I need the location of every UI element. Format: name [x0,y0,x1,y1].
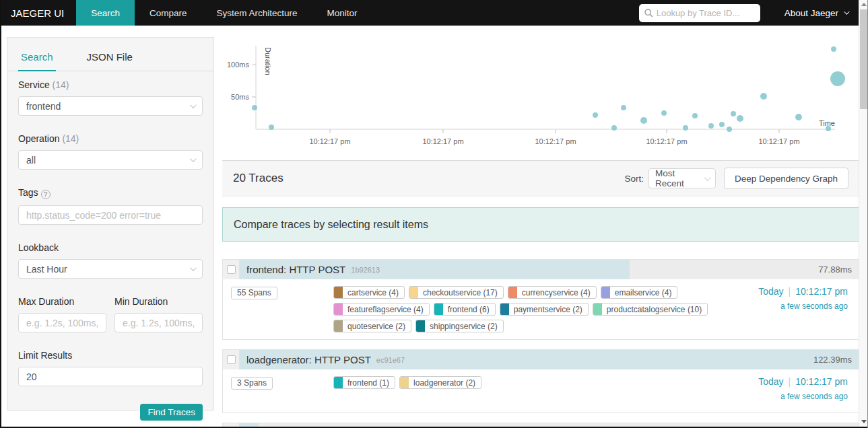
jaeger-search-page: JAEGER UI SearchCompareSystem Architectu… [0,0,868,428]
tab-search[interactable]: Search [18,47,56,71]
find-traces-button[interactable]: Find Traces [140,404,203,421]
x-tick-label: 10:12:17 pm [309,137,350,145]
trace-duration: 77.88ms [818,264,852,275]
trace-point[interactable] [661,110,667,116]
tab-json-file[interactable]: JSON File [84,47,135,71]
trace-date-time: Today|10:12:17 pm [714,286,848,297]
trace-point[interactable] [760,93,767,100]
service-color-chip [601,287,610,298]
service-tags: cartservice (4)checkoutservice (17)curre… [333,286,714,332]
chevron-down-icon [190,264,197,271]
trace-point[interactable] [830,71,845,86]
min-duration-label: Min Duration [114,296,203,307]
max-duration-input[interactable] [18,313,106,332]
trace-duration: 122.39ms [813,355,852,365]
trace-id: ec91e67 [376,356,405,364]
nav-item-compare[interactable]: Compare [135,0,202,26]
trace-point[interactable] [611,125,617,131]
trace-select-checkbox[interactable] [227,355,236,364]
operation-select[interactable]: all [18,150,203,170]
compare-banner: Compare traces by selecting result items [222,207,859,242]
lookback-select[interactable]: Last Hour [18,259,203,279]
deep-dependency-graph-button[interactable]: Deep Dependency Graph [724,168,848,189]
nav-item-monitor[interactable]: Monitor [312,0,372,26]
trace-point[interactable] [731,111,736,116]
limit-results-input[interactable] [18,367,203,386]
service-tag-pill: frontend (1) [333,376,395,389]
trace-id-search [639,4,760,22]
results-column: 100ms50ms10:12:17 pm10:12:17 pm10:12:17 … [222,26,859,428]
sort-select[interactable]: Most Recent [648,168,716,188]
nav-tabs: SearchCompareSystem ArchitectureMonitor [76,0,372,26]
service-color-chip [500,304,509,315]
trace-point[interactable] [593,112,598,118]
trace-point[interactable] [269,124,274,130]
trace-point[interactable] [621,105,626,110]
trace-checkbox-cell [223,260,240,279]
trace-body: 55 Spans cartservice (4)checkoutservice … [223,279,859,339]
trace-point[interactable] [727,127,732,132]
trace-point[interactable] [683,125,688,131]
trace-point[interactable] [795,114,802,120]
search-form: Service (14) frontend Operation (14) all… [7,79,213,421]
trace-point[interactable] [737,115,743,122]
trace-time-cell: Today|10:12:17 pm a few seconds ago [714,376,850,406]
chevron-down-icon [704,174,711,181]
service-color-chip [334,304,343,315]
trace-point[interactable] [708,123,714,129]
scroll-up-arrow-icon[interactable] [861,3,867,6]
trace-title: frontend: HTTP POST [246,264,345,275]
trace-point[interactable] [831,46,836,52]
trace-title: loadgenerator: HTTP POST [246,354,371,365]
service-tag-pill: cartservice (4) [333,286,405,299]
scrollbar-thumb[interactable] [860,9,867,109]
trace-point[interactable] [252,105,257,110]
lookback-label: Lookback [18,242,203,253]
chevron-down-icon [844,9,849,14]
service-tag-pill: checkoutservice (17) [409,286,504,299]
operation-label: Operation (14) [18,133,203,144]
trace-checkbox-cell [223,350,240,369]
service-color-chip [434,304,443,315]
trace-result-item: loadgenerator: HTTP POST ec91e67 122.39m… [222,349,859,413]
trace-duration-bar-area: loadgenerator: HTTP POST ec91e67 122.39m… [240,350,859,369]
nav-item-system-architecture[interactable]: System Architecture [202,0,312,26]
window-edge [0,0,1,428]
trace-body: 3 Spans frontend (1)loadgenerator (2) To… [223,369,859,413]
service-tag-pill: frontend (6) [434,303,496,316]
scroll-down-arrow-icon[interactable] [861,420,867,423]
sort-label: Sort: [624,174,644,184]
trace-header-link[interactable]: loadgenerator: HTTP POST ec91e67 122.39m… [223,350,859,369]
service-tag-pill: currencyservice (4) [508,286,597,299]
service-color-chip [409,287,418,298]
trace-select-checkbox[interactable] [227,265,236,274]
trace-point[interactable] [692,113,698,118]
service-tag-pill: quoteservice (2) [333,320,411,332]
y-tick-label: 100ms [227,61,250,69]
nav-item-search[interactable]: Search [76,0,135,26]
trace-header-link[interactable]: frontend: HTTP POST 1b92613 77.88ms [223,260,859,279]
limit-results-label: Limit Results [18,350,203,361]
service-select[interactable]: frontend [18,96,203,116]
trace-id-search-input[interactable] [639,4,760,22]
trace-point[interactable] [826,126,831,131]
nav-right: About Jaeger [639,0,868,26]
x-axis-label: Time [819,119,835,127]
trace-relative-time: a few seconds ago [714,392,848,401]
help-icon[interactable]: ? [41,190,51,199]
about-jaeger-menu[interactable]: About Jaeger [784,8,848,18]
top-navbar: JAEGER UI SearchCompareSystem Architectu… [0,0,868,26]
trace-point[interactable] [640,117,647,124]
service-color-chip [400,377,409,388]
trace-point[interactable] [719,122,725,127]
trace-date-time: Today|10:12:17 pm [714,376,848,387]
service-tag-pill: productcatalogservice (10) [593,303,708,316]
tags-input[interactable] [18,205,203,225]
chevron-down-icon [190,155,197,162]
service-tag-pill: featureflagservice (4) [333,303,430,316]
min-duration-input[interactable] [114,313,203,332]
service-tag-pill: loadgenerator (2) [399,376,481,389]
vertical-scrollbar[interactable] [859,0,867,428]
service-tag-pill: emailservice (4) [601,286,678,299]
app-brand: JAEGER UI [0,0,76,26]
